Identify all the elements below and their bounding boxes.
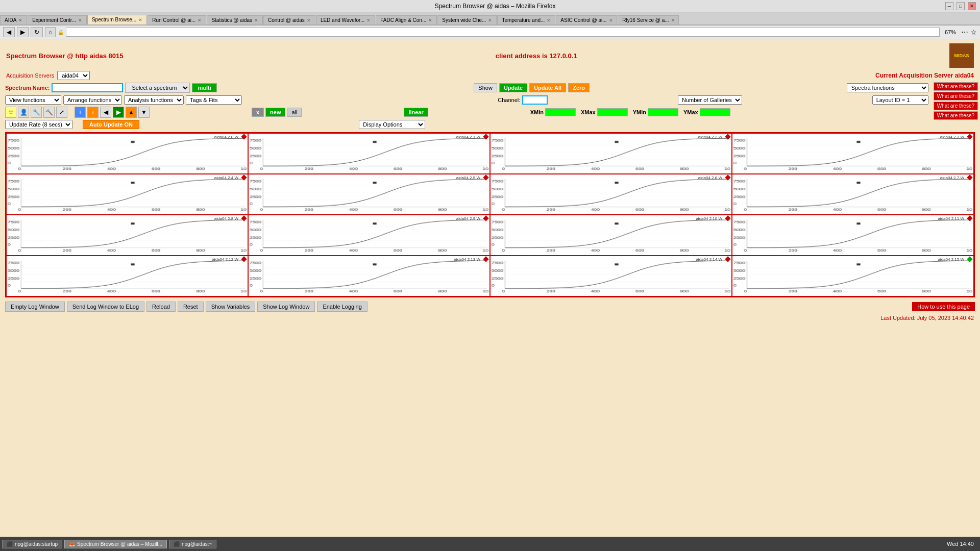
- chart-cell-7[interactable]: aida04 2.7.W: [732, 174, 974, 215]
- enable-logging-button[interactable]: Enable Logging: [317, 302, 367, 312]
- new-button[interactable]: new: [265, 108, 285, 117]
- all-button[interactable]: all: [287, 108, 302, 117]
- tab-close-asic[interactable]: ✕: [609, 18, 613, 23]
- nuclear-icon-btn[interactable]: ☢: [5, 107, 16, 118]
- what-btn-3[interactable]: What are these?: [934, 102, 978, 110]
- tab-close-rly16[interactable]: ✕: [671, 18, 675, 23]
- update-button[interactable]: Update: [499, 83, 527, 92]
- update-rate-dropdown[interactable]: Update Rate (8 secs): [5, 120, 72, 129]
- tab-asic[interactable]: ASIC Control @ ai... ✕: [556, 15, 617, 24]
- select-spectrum-dropdown[interactable]: Select a spectrum: [125, 83, 190, 93]
- zero-button[interactable]: Zero: [568, 83, 590, 92]
- chart-cell-0[interactable]: aida04 2.0.W: [6, 133, 248, 174]
- tab-close-stats[interactable]: ✕: [254, 18, 258, 23]
- tab-close-temp[interactable]: ✕: [547, 18, 551, 23]
- close-btn[interactable]: ✕: [968, 2, 976, 10]
- multi-button[interactable]: multi: [192, 83, 216, 92]
- chart-cell-8[interactable]: aida04 2.8.W: [6, 215, 248, 256]
- tab-close-spectrum[interactable]: ✕: [138, 17, 142, 22]
- minimize-btn[interactable]: ─: [945, 2, 953, 10]
- what-btn-2[interactable]: What are these?: [934, 92, 978, 101]
- chart-cell-12[interactable]: aida04 2.12.W: [6, 256, 248, 296]
- tab-close-exp[interactable]: ✕: [78, 18, 82, 23]
- tab-system[interactable]: System wide Che... ✕: [437, 15, 497, 24]
- tab-run-control[interactable]: Run Control @ ai... ✕: [148, 15, 206, 24]
- linear-button[interactable]: linear: [404, 108, 428, 117]
- tab-temperature[interactable]: Temperature and... ✕: [497, 15, 555, 24]
- chart-cell-14[interactable]: aida04 2.14.W: [490, 256, 732, 296]
- up-arrow-btn[interactable]: ▲: [126, 107, 137, 118]
- layout-id-dropdown[interactable]: Layout ID = 1: [872, 95, 928, 105]
- xmax-input[interactable]: 1019: [597, 108, 628, 116]
- chart-cell-9[interactable]: aida04 2.9.W: [248, 215, 490, 256]
- tab-rly16[interactable]: Rly16 Service @ a... ✕: [618, 15, 679, 24]
- channel-input[interactable]: [522, 95, 548, 105]
- send-log-button[interactable]: Send Log Window to ELog: [67, 302, 144, 312]
- bookmark-icon[interactable]: ☆: [970, 28, 977, 36]
- back-btn[interactable]: ◀: [3, 27, 15, 37]
- wrench-icon-btn[interactable]: 🔧: [31, 107, 42, 118]
- display-options-dropdown[interactable]: Display Options: [359, 120, 425, 129]
- forward-btn[interactable]: ▶: [17, 27, 29, 37]
- x-button[interactable]: x: [252, 108, 264, 117]
- address-bar[interactable]: localhost:8015/Spectrum/Spectrum.tml: [66, 28, 940, 37]
- tab-experiment-control[interactable]: Experiment Contr... ✕: [28, 15, 87, 24]
- chart-cell-11[interactable]: aida04 2.11.W: [732, 215, 974, 256]
- chart-cell-6[interactable]: aida04 2.6.W: [490, 174, 732, 215]
- chart-cell-1[interactable]: aida04 2.1.W: [248, 133, 490, 174]
- empty-log-button[interactable]: Empty Log Window: [5, 302, 65, 312]
- down-arrow-btn[interactable]: ▼: [138, 107, 150, 118]
- view-functions-dropdown[interactable]: View functions: [5, 95, 61, 105]
- home-btn[interactable]: ⌂: [45, 27, 56, 37]
- number-galleries-dropdown[interactable]: Number of Galleries: [678, 95, 742, 105]
- ymax-input[interactable]: 3000: [700, 108, 730, 116]
- chart-cell-5[interactable]: aida04 2.5.W: [248, 174, 490, 215]
- menu-dots[interactable]: ⋯: [961, 28, 968, 36]
- update-all-button[interactable]: Update All: [529, 83, 566, 92]
- tab-led[interactable]: LED and Wavefor... ✕: [316, 15, 375, 24]
- arrange-functions-dropdown[interactable]: Arrange functions: [63, 95, 122, 105]
- tab-close-fadc[interactable]: ✕: [428, 18, 432, 23]
- tags-fits-dropdown[interactable]: Tags & Fits: [186, 95, 242, 105]
- chart-cell-13[interactable]: aida04 2.13.W: [248, 256, 490, 296]
- chart-cell-15[interactable]: aida04 2.15.W: [732, 256, 974, 296]
- reload-button[interactable]: Reload: [146, 302, 176, 312]
- show-log-button[interactable]: Show Log Window: [257, 302, 315, 312]
- server-dropdown[interactable]: aida04: [57, 71, 90, 80]
- tab-close-led[interactable]: ✕: [366, 18, 371, 23]
- what-btn-1[interactable]: What are these?: [934, 82, 978, 91]
- right-arrow-btn[interactable]: ▶: [113, 107, 124, 118]
- tab-aida[interactable]: AIDA ✕: [0, 15, 27, 24]
- show-variables-button[interactable]: Show Variables: [206, 302, 256, 312]
- info1-icon-btn[interactable]: i: [75, 107, 86, 118]
- wrench2-icon-btn[interactable]: 🔨: [43, 107, 55, 118]
- person-icon-btn[interactable]: 👤: [18, 107, 29, 118]
- chart-cell-2[interactable]: aida04 2.2.W: [490, 133, 732, 174]
- info2-icon-btn[interactable]: i: [87, 107, 99, 118]
- reload-nav-btn[interactable]: ↻: [31, 27, 43, 37]
- tab-statistics[interactable]: Statistics @ aidas ✕: [207, 15, 263, 24]
- reset-button[interactable]: Reset: [178, 302, 204, 312]
- tab-close-sys[interactable]: ✕: [488, 18, 492, 23]
- auto-update-button[interactable]: Auto Update ON: [83, 120, 139, 129]
- tab-spectrum-browser[interactable]: Spectrum Browse... ✕: [87, 15, 147, 24]
- xmin-input[interactable]: 0: [545, 108, 576, 116]
- spectrum-name-input[interactable]: 2.15 W: [52, 83, 123, 92]
- show-button[interactable]: Show: [474, 83, 497, 92]
- chart-cell-4[interactable]: aida04 2.4.W: [6, 174, 248, 215]
- spectra-functions-dropdown[interactable]: Spectra functions: [847, 83, 928, 92]
- maximize-btn[interactable]: □: [957, 2, 965, 10]
- what-btn-4[interactable]: What are these?: [934, 111, 978, 120]
- tab-close-ctrl[interactable]: ✕: [307, 18, 311, 23]
- tab-fadc[interactable]: FADC Align & Con... ✕: [376, 15, 437, 24]
- how-to-button[interactable]: How to use this page: [912, 302, 975, 311]
- expand-icon-btn[interactable]: ⤢: [56, 107, 67, 118]
- ymin-input[interactable]: 0: [648, 108, 678, 116]
- tab-control[interactable]: Control @ aidas ✕: [263, 15, 315, 24]
- chart-cell-3[interactable]: aida04 2.3.W: [732, 133, 974, 174]
- left-arrow-btn[interactable]: ◀: [100, 107, 111, 118]
- analysis-functions-dropdown[interactable]: Analysis functions: [124, 95, 184, 105]
- tab-close-aida[interactable]: ✕: [18, 18, 22, 23]
- tab-close-run[interactable]: ✕: [198, 18, 202, 23]
- chart-cell-10[interactable]: aida04 2.10.W: [490, 215, 732, 256]
